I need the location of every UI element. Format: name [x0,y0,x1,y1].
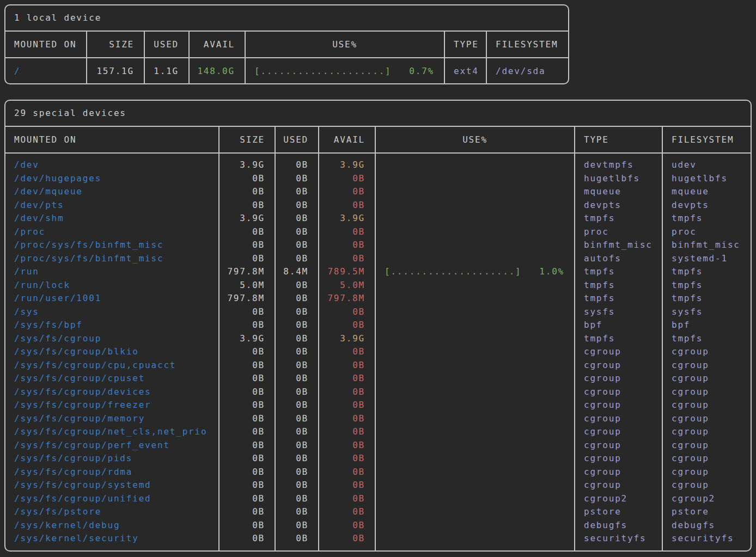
avail-cell: 0B [319,185,375,199]
column-header-mounted-on: MOUNTED ON [5,127,219,153]
mounted-on-cell: /proc/sys/fs/binfmt_misc [5,238,219,252]
used-cell: 0B [275,279,319,292]
avail-cell: 0B [319,466,375,479]
type-cell: cgroup [575,479,662,492]
size-cell: 0B [219,532,275,550]
mounted-on-cell: /sys/fs/cgroup/blkio [5,345,219,359]
mounted-on-cell: /run [5,265,219,279]
filesystem-cell: bpf [662,319,751,332]
size-cell: 0B [219,399,275,412]
use-percent-cell [375,212,575,225]
avail-cell: 0B [319,519,375,532]
table-row: /sys/kernel/debug0B0B0Bdebugfsdebugfs [5,519,751,532]
avail-cell: 0B [319,492,375,506]
use-percent-cell [375,425,575,439]
table-row: /dev/pts0B0B0Bdevptsdevpts [5,199,751,212]
filesystem-cell: cgroup [662,359,751,372]
mounted-on-cell: /dev [5,153,219,172]
usage-percent: 0.7% [409,66,434,76]
type-cell: bpf [575,319,662,332]
use-percent-cell [375,199,575,212]
size-cell: 0B [219,425,275,439]
avail-cell: 797.8M [319,292,375,305]
used-cell: 0B [275,292,319,305]
avail-cell: 0B [319,252,375,266]
used-cell: 0B [275,305,319,319]
filesystem-cell: cgroup [662,452,751,466]
mounted-on-cell: /run/lock [5,279,219,292]
table-row: /dev3.9G0B3.9Gdevtmpfsudev [5,153,751,172]
used-cell: 0B [275,359,319,372]
filesystem-cell: tmpfs [662,279,751,292]
use-percent-cell [375,466,575,479]
used-cell: 0B [275,479,319,492]
size-cell: 0B [219,225,275,239]
mounted-on-cell: /sys/fs/cgroup/rdma [5,466,219,479]
used-cell: 0B [275,319,319,332]
size-cell: 0B [219,319,275,332]
type-cell: tmpfs [575,212,662,225]
special-devices-panel: 29 special devices MOUNTED ON SIZE USED … [4,100,752,552]
column-header-size: SIZE [219,127,275,153]
mounted-on-cell: /run/user/1001 [5,292,219,305]
type-cell: cgroup2 [575,492,662,506]
used-cell: 0B [275,439,319,452]
filesystem-cell: cgroup [662,399,751,412]
size-cell: 797.8M [219,265,275,279]
size-cell: 0B [219,359,275,372]
table-row: /sys/fs/pstore0B0B0Bpstorepstore [5,505,751,519]
used-cell: 0B [275,385,319,399]
use-percent-cell [375,332,575,346]
use-percent-cell [375,319,575,332]
avail-cell: 0B [319,305,375,319]
avail-cell: 0B [319,412,375,426]
header-row: MOUNTED ON SIZE USED AVAIL USE% TYPE FIL… [5,32,568,58]
table-row: /sys/fs/bpf0B0B0Bbpfbpf [5,319,751,332]
mounted-on-cell: /sys/fs/cgroup/cpuset [5,372,219,385]
mounted-on-cell: /sys/fs/cgroup/systemd [5,479,219,492]
use-percent-cell [375,185,575,199]
type-cell: binfmt_misc [575,238,662,252]
avail-cell: 0B [319,199,375,212]
avail-cell: 0B [319,359,375,372]
avail-cell: 789.5M [319,265,375,279]
use-percent-cell [375,505,575,519]
local-devices-table: MOUNTED ON SIZE USED AVAIL USE% TYPE FIL… [5,32,568,83]
filesystem-cell: systemd-1 [662,252,751,266]
column-header-filesystem: FILESYSTEM [486,32,568,58]
avail-cell: 3.9G [319,153,375,172]
filesystem-cell: cgroup [662,439,751,452]
use-percent-cell [375,492,575,506]
filesystem-cell: cgroup [662,466,751,479]
type-cell: autofs [575,252,662,266]
size-cell: 0B [219,466,275,479]
table-row: /sys/fs/cgroup/unified0B0B0Bcgroup2cgrou… [5,492,751,506]
size-cell: 3.9G [219,332,275,346]
table-row: /157.1G1.1G148.0G[....................]0… [5,58,568,83]
type-cell: cgroup [575,412,662,426]
filesystem-cell: cgroup [662,372,751,385]
filesystem-cell: proc [662,225,751,239]
column-header-mounted-on: MOUNTED ON [5,32,87,58]
type-cell: cgroup [575,345,662,359]
table-row: /dev/shm3.9G0B3.9Gtmpfstmpfs [5,212,751,225]
table-row: /sys/kernel/security0B0B0Bsecurityfssecu… [5,532,751,550]
used-cell: 8.4M [275,265,319,279]
mounted-on-cell: /dev/hugepages [5,172,219,186]
type-cell: securityfs [575,532,662,550]
avail-cell: 0B [319,225,375,239]
mounted-on-cell: /sys/fs/cgroup/net_cls,net_prio [5,425,219,439]
filesystem-cell: mqueue [662,185,751,199]
filesystem-cell: binfmt_misc [662,238,751,252]
type-cell: cgroup [575,399,662,412]
type-cell: devpts [575,199,662,212]
type-cell: pstore [575,505,662,519]
type-cell: cgroup [575,466,662,479]
used-cell: 0B [275,412,319,426]
type-cell: cgroup [575,439,662,452]
table-row: /sys/fs/cgroup3.9G0B3.9Gtmpfstmpfs [5,332,751,346]
table-row: /sys/fs/cgroup/pids0B0B0Bcgroupcgroup [5,452,751,466]
special-devices-title: 29 special devices [5,101,751,127]
filesystem-cell: cgroup [662,345,751,359]
local-devices-title: 1 local device [5,5,568,32]
